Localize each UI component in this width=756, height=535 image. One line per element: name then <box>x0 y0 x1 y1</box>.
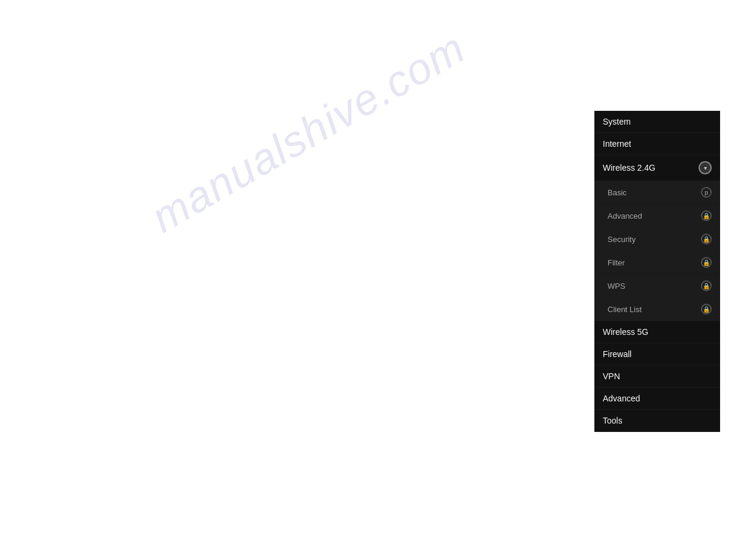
sidebar-item-wps[interactable]: WPS 🔒 <box>594 274 720 298</box>
sidebar-label-advanced-sub: Advanced <box>608 211 642 220</box>
lock-icon-advanced: 🔒 <box>701 210 712 221</box>
watermark: manualshive.com <box>143 23 473 242</box>
sidebar-label-system: System <box>603 117 631 126</box>
sidebar-item-wireless-5g[interactable]: Wireless 5G <box>594 321 720 343</box>
sidebar-label-tools: Tools <box>603 416 623 425</box>
chevron-down-icon: ▾ <box>699 161 712 174</box>
sidebar-item-basic[interactable]: Basic p <box>594 181 720 204</box>
sidebar-label-firewall: Firewall <box>603 349 631 359</box>
sidebar-label-security: Security <box>608 235 636 244</box>
p-icon: p <box>701 187 712 198</box>
sidebar: System Internet Wireless 2.4G ▾ Basic p … <box>594 111 720 432</box>
sidebar-label-client-list: Client List <box>608 305 642 314</box>
sidebar-item-advanced-sub[interactable]: Advanced 🔒 <box>594 204 720 228</box>
sidebar-label-internet: Internet <box>603 139 631 149</box>
sidebar-label-basic: Basic <box>608 188 627 197</box>
sidebar-label-vpn: VPN <box>603 371 620 381</box>
sidebar-item-filter[interactable]: Filter 🔒 <box>594 251 720 274</box>
sidebar-label-wireless-24g: Wireless 2.4G <box>603 163 655 173</box>
lock-icon-security: 🔒 <box>701 234 712 244</box>
sidebar-label-advanced: Advanced <box>603 394 640 403</box>
sidebar-item-wireless-24g[interactable]: Wireless 2.4G ▾ <box>594 155 720 181</box>
sidebar-label-filter: Filter <box>608 258 625 267</box>
sidebar-label-wireless-5g: Wireless 5G <box>603 327 648 337</box>
sidebar-item-advanced[interactable]: Advanced <box>594 388 720 410</box>
sidebar-item-internet[interactable]: Internet <box>594 133 720 155</box>
sidebar-item-tools[interactable]: Tools <box>594 410 720 432</box>
sidebar-item-security[interactable]: Security 🔒 <box>594 228 720 251</box>
lock-icon-filter: 🔒 <box>701 257 712 268</box>
sidebar-item-vpn[interactable]: VPN <box>594 365 720 388</box>
sidebar-label-wps: WPS <box>608 282 626 291</box>
lock-icon-wps: 🔒 <box>701 280 712 291</box>
sidebar-item-firewall[interactable]: Firewall <box>594 343 720 365</box>
sidebar-item-system[interactable]: System <box>594 111 720 133</box>
sidebar-item-client-list[interactable]: Client List 🔒 <box>594 298 720 321</box>
lock-icon-client-list: 🔒 <box>701 304 712 315</box>
